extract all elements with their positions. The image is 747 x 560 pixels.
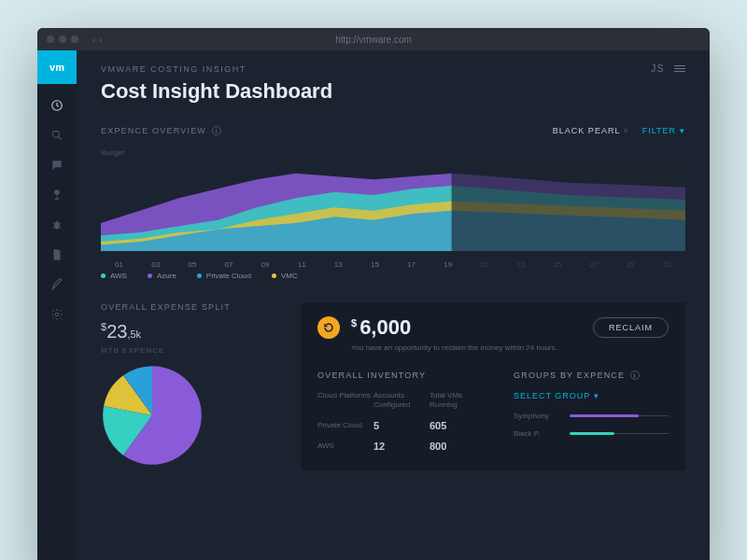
expense-pie-chart[interactable] bbox=[101, 364, 204, 467]
legend-item[interactable]: AWS bbox=[101, 272, 127, 280]
inventory-row: Private Cloud5605 bbox=[317, 420, 486, 431]
lower-row: OVERALL EXPENSE SPLIT $23,5k MTB EXPENCE bbox=[101, 302, 685, 470]
xaxis-tick: 29 bbox=[613, 260, 649, 269]
main-content: VMWARE COSTING INSIGHT JS Cost Insight D… bbox=[77, 50, 710, 560]
inventory-head: Cloud PlatformsAccounts ConfiguredTotal … bbox=[317, 391, 486, 411]
group-item[interactable]: Symphony bbox=[514, 412, 669, 420]
reclaim-button[interactable]: RECLAIM bbox=[593, 317, 669, 338]
legend-label: Azure bbox=[157, 272, 176, 280]
legend-dot bbox=[148, 273, 152, 278]
xaxis-tick: 31 bbox=[649, 260, 685, 269]
select-group-dropdown[interactable]: SELECT GROUP ▾ bbox=[514, 391, 669, 400]
dashboard-icon[interactable] bbox=[50, 99, 63, 112]
inventory-table: Cloud PlatformsAccounts ConfiguredTotal … bbox=[317, 391, 486, 452]
split-sublabel: MTB EXPENCE bbox=[101, 346, 278, 355]
window-close-dot[interactable] bbox=[47, 35, 54, 43]
xaxis-tick: 09 bbox=[247, 260, 284, 269]
expense-split-panel: OVERALL EXPENSE SPLIT $23,5k MTB EXPENCE bbox=[101, 302, 278, 470]
menu-icon[interactable] bbox=[674, 65, 685, 72]
close-icon[interactable]: × bbox=[623, 126, 628, 135]
inventory-column-head: Total VMs Running bbox=[430, 391, 486, 411]
inventory-accounts: 5 bbox=[374, 420, 430, 431]
groups-title: GROUPS BY EXPENCE bbox=[514, 371, 625, 380]
inventory-column-head: Cloud Platforms bbox=[317, 391, 374, 411]
breadcrumb: VMWARE COSTING INSIGHT bbox=[101, 64, 247, 74]
money-icon[interactable] bbox=[50, 189, 63, 202]
info-icon[interactable]: i bbox=[212, 126, 221, 135]
legend-dot bbox=[197, 273, 202, 278]
funnel-icon: ▾ bbox=[680, 126, 685, 135]
window-max-dot[interactable] bbox=[71, 35, 78, 43]
back-icon[interactable]: ‹ bbox=[92, 35, 95, 45]
forward-icon[interactable]: › bbox=[99, 35, 102, 45]
area-chart-container: Budget 01030507091113151719212325272931 bbox=[101, 148, 685, 260]
svg-point-2 bbox=[54, 222, 60, 230]
breadcrumb-row: VMWARE COSTING INSIGHT JS bbox=[101, 63, 685, 74]
inventory-column-head: Accounts Configured bbox=[374, 391, 430, 411]
budget-label: Budget bbox=[101, 148, 124, 157]
search-icon[interactable] bbox=[50, 129, 63, 142]
xaxis-tick: 15 bbox=[357, 260, 393, 269]
inventory-panel: OVERALL INVENTORY Cloud PlatformsAccount… bbox=[317, 371, 486, 452]
bug-icon[interactable] bbox=[50, 218, 63, 231]
inventory-vms: 605 bbox=[430, 420, 486, 431]
legend-item[interactable]: Azure bbox=[148, 272, 176, 280]
browser-nav-arrows: ‹ › bbox=[92, 35, 103, 45]
chat-icon[interactable] bbox=[50, 159, 63, 172]
filter-button[interactable]: FILTER ▾ bbox=[642, 126, 685, 135]
chart-xaxis: 01030507091113151719212325272931 bbox=[101, 260, 685, 269]
reclaim-amount: $6,000 bbox=[351, 315, 411, 340]
xaxis-tick: 07 bbox=[210, 260, 247, 269]
window-min-dot[interactable] bbox=[59, 35, 66, 43]
brand-logo[interactable]: vm bbox=[37, 50, 77, 84]
expense-title: EXPENCE OVERVIEW bbox=[101, 126, 206, 135]
inventory-row-label: AWS bbox=[317, 441, 374, 450]
legend-item[interactable]: VMC bbox=[272, 272, 298, 280]
legend-item[interactable]: Private Cloud bbox=[197, 272, 251, 280]
reclaim-card: $6,000 RECLAIM You have an opportunity t… bbox=[301, 302, 685, 470]
document-icon[interactable] bbox=[50, 248, 63, 261]
group-label: Symphony bbox=[514, 412, 560, 420]
inventory-row: AWS12800 bbox=[317, 441, 486, 452]
xaxis-tick: 11 bbox=[284, 260, 320, 269]
split-amount: $23,5k bbox=[101, 321, 278, 343]
inventory-vms: 800 bbox=[430, 441, 486, 452]
legend-dot bbox=[272, 273, 276, 278]
browser-url[interactable]: http://vmware.com bbox=[335, 35, 412, 45]
split-title: OVERALL EXPENSE SPLIT bbox=[101, 302, 278, 312]
legend-label: Private Cloud bbox=[206, 272, 251, 280]
legend-label: AWS bbox=[110, 272, 127, 280]
expense-area-chart[interactable] bbox=[101, 158, 685, 251]
reclaim-icon bbox=[317, 316, 340, 339]
user-initials[interactable]: JS bbox=[651, 63, 665, 74]
xaxis-tick: 05 bbox=[174, 260, 210, 269]
sidebar: vm bbox=[37, 50, 77, 560]
xaxis-tick: 03 bbox=[137, 260, 174, 269]
xaxis-tick: 21 bbox=[466, 260, 502, 269]
inventory-accounts: 12 bbox=[374, 441, 430, 452]
browser-titlebar: ‹ › http://vmware.com bbox=[37, 28, 710, 50]
xaxis-tick: 17 bbox=[393, 260, 430, 269]
svg-point-1 bbox=[52, 131, 59, 137]
svg-rect-4 bbox=[452, 158, 685, 251]
group-list: SymphonyBlack P. bbox=[514, 412, 669, 438]
xaxis-tick: 25 bbox=[540, 260, 576, 269]
reclaim-subtext: You have an opportunity to reclaim the m… bbox=[351, 343, 669, 352]
chart-legend: AWSAzurePrivate CloudVMC bbox=[101, 272, 685, 280]
xaxis-tick: 01 bbox=[101, 260, 137, 269]
xaxis-tick: 27 bbox=[576, 260, 613, 269]
info-icon[interactable]: i bbox=[630, 371, 640, 380]
settings-icon[interactable] bbox=[50, 308, 63, 321]
app-window: ‹ › http://vmware.com vm VMWARE COSTING … bbox=[37, 28, 710, 560]
group-bar bbox=[570, 433, 669, 434]
xaxis-tick: 13 bbox=[320, 260, 357, 269]
brush-icon[interactable] bbox=[50, 278, 63, 291]
page-title: Cost Insight Dashboard bbox=[101, 79, 685, 104]
filter-tag[interactable]: BLACK PEARL× bbox=[553, 126, 629, 135]
group-item[interactable]: Black P. bbox=[514, 429, 669, 438]
chevron-down-icon: ▾ bbox=[594, 391, 599, 400]
app-body: vm VMWARE COSTING INSIGHT JS Cost In bbox=[37, 50, 710, 560]
legend-dot bbox=[101, 273, 106, 278]
group-label: Black P. bbox=[514, 429, 560, 438]
xaxis-tick: 23 bbox=[502, 260, 539, 269]
